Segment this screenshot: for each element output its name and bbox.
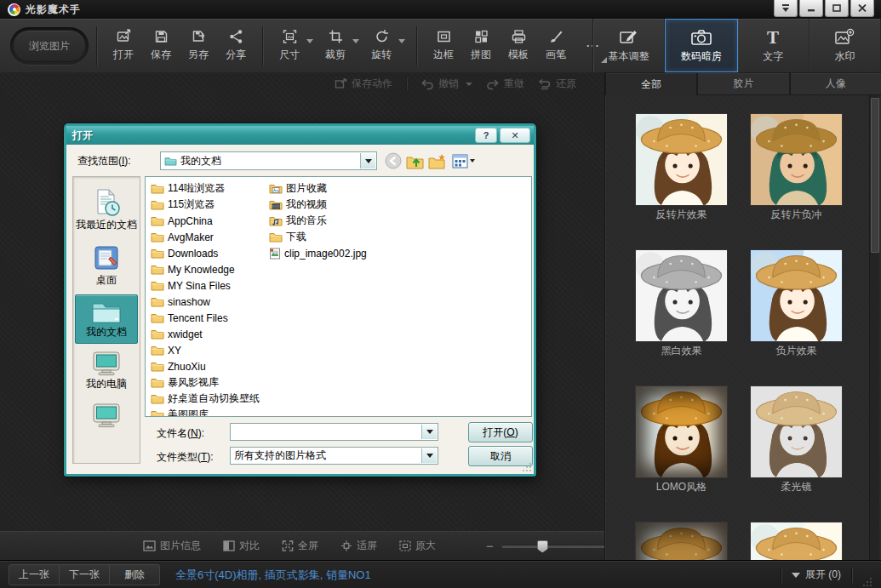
promo-link[interactable]: 全景6寸(4D)相册, 插页式影集, 销量NO1: [175, 568, 371, 583]
folder-item[interactable]: 114啦浏览器: [151, 180, 260, 197]
template-button[interactable]: 模板: [500, 22, 537, 70]
original-size-button[interactable]: 原大: [399, 539, 436, 553]
save-button[interactable]: 保存: [142, 22, 180, 70]
scrollbar-thumb[interactable]: [871, 98, 879, 253]
tab-digital-darkroom[interactable]: 数码暗房: [665, 19, 737, 72]
folder-item[interactable]: XY: [151, 342, 260, 358]
jpg-file-item[interactable]: clip_image002.jpg: [269, 245, 367, 261]
folder-item[interactable]: 好桌道自动切换壁纸: [151, 391, 260, 407]
fit-screen-button[interactable]: 适屏: [340, 539, 377, 553]
effect-thumbnail[interactable]: [751, 250, 842, 341]
folder-item[interactable]: MY Sina Files: [151, 277, 260, 294]
zoom-slider-handle[interactable]: [537, 540, 548, 553]
videos-folder-item[interactable]: 我的视频: [269, 197, 367, 213]
tab-text[interactable]: T 文字: [738, 19, 809, 72]
compare-button[interactable]: 对比: [223, 539, 260, 553]
resize-button[interactable]: 尺寸: [271, 22, 308, 70]
image-info-button[interactable]: 图片信息: [143, 539, 201, 553]
fullscreen-button[interactable]: 全屏: [282, 539, 318, 553]
share-button[interactable]: 分享: [217, 22, 255, 70]
revert-button[interactable]: 还原: [538, 77, 576, 91]
pictures-folder-item[interactable]: 图片收藏: [269, 180, 367, 197]
zoom-slider-track[interactable]: [501, 545, 619, 548]
place-network[interactable]: [75, 398, 138, 437]
folder-item[interactable]: 暴风影视库: [151, 374, 260, 391]
folder-item[interactable]: sinashow: [151, 294, 260, 310]
folder-item[interactable]: Downloads: [151, 245, 260, 261]
brush-button[interactable]: 画笔: [537, 22, 575, 70]
window-resize-grip[interactable]: [862, 577, 872, 587]
effect-item[interactable]: 柔光镜: [751, 386, 842, 494]
place-my-computer[interactable]: 我的电脑: [75, 346, 138, 396]
folder-item[interactable]: AppChina: [151, 213, 260, 229]
effect-thumbnail[interactable]: [636, 114, 727, 205]
place-my-documents[interactable]: 我的文档: [75, 294, 138, 344]
skin-menu-button[interactable]: [774, 0, 798, 17]
effect-item[interactable]: 反转片负冲: [751, 114, 842, 221]
previous-image-button[interactable]: 上一张: [9, 564, 60, 585]
collage-button[interactable]: 拼图: [462, 22, 500, 70]
dialog-title-bar[interactable]: 打开 ? ✕: [66, 126, 534, 145]
up-one-level-button[interactable]: [405, 151, 425, 170]
combo-dropdown-arrow[interactable]: [360, 153, 375, 168]
effect-item[interactable]: LOMO风格: [636, 386, 727, 494]
filetype-combobox[interactable]: 所有支持的图片格式: [230, 447, 438, 465]
dialog-resize-grip[interactable]: [522, 462, 532, 472]
dialog-close-button[interactable]: ✕: [500, 128, 530, 143]
effect-item[interactable]: 负片效果: [751, 250, 842, 357]
folder-item[interactable]: xwidget: [151, 326, 260, 342]
back-button[interactable]: [383, 151, 403, 170]
effect-thumbnail[interactable]: [751, 114, 842, 205]
resize-dropdown-arrow[interactable]: [306, 39, 313, 43]
tab-watermark[interactable]: 水印: [809, 19, 881, 72]
undo-button[interactable]: 撤销: [420, 77, 472, 91]
effect-item[interactable]: 反转片效果: [636, 114, 727, 221]
save-as-button[interactable]: 另存: [180, 22, 217, 70]
effect-thumbnail[interactable]: [636, 522, 727, 560]
effect-thumbnail[interactable]: [751, 386, 842, 477]
folder-item[interactable]: ZhuoXiu: [151, 358, 260, 374]
effects-scrollbar[interactable]: [869, 95, 879, 560]
rotate-button[interactable]: 旋转: [363, 22, 400, 70]
frame-button[interactable]: 边框: [425, 22, 462, 70]
effect-thumbnail[interactable]: [636, 250, 727, 341]
effect-thumbnail[interactable]: [751, 522, 842, 560]
filename-combobox[interactable]: [230, 423, 438, 441]
new-folder-button[interactable]: [427, 151, 447, 170]
effect-thumbnail[interactable]: [636, 386, 727, 477]
redo-button[interactable]: 重做: [486, 77, 524, 91]
delete-image-button[interactable]: 删除: [110, 564, 160, 585]
crop-button[interactable]: 裁剪: [317, 22, 354, 70]
tab-portrait-effects[interactable]: 人像: [790, 72, 881, 95]
expand-button[interactable]: 展开 (0): [792, 568, 841, 582]
next-image-button[interactable]: 下一张: [60, 564, 110, 585]
tab-film-effects[interactable]: 胶片: [697, 72, 789, 95]
folder-item[interactable]: Tencent Files: [151, 310, 260, 326]
maximize-button[interactable]: [825, 0, 849, 17]
look-in-combobox[interactable]: 我的文档: [160, 151, 377, 170]
folder-item[interactable]: 下载: [269, 229, 367, 245]
close-button[interactable]: [850, 0, 874, 17]
view-menu-button[interactable]: [449, 151, 477, 170]
effect-item[interactable]: [636, 522, 727, 560]
rotate-dropdown-arrow[interactable]: [398, 39, 405, 43]
tab-all-effects[interactable]: 全部: [605, 72, 697, 95]
tab-basic-adjust[interactable]: 基本调整: [593, 19, 665, 72]
effect-item[interactable]: [751, 522, 842, 560]
browse-images-button[interactable]: 浏览图片: [10, 27, 89, 65]
folder-item[interactable]: My Knowledge: [151, 261, 260, 277]
combo-dropdown-arrow[interactable]: [421, 448, 437, 463]
folder-item[interactable]: 115浏览器: [151, 197, 260, 213]
crop-dropdown-arrow[interactable]: [352, 39, 359, 43]
dialog-help-button[interactable]: ?: [475, 128, 497, 143]
open-button[interactable]: 打开: [105, 22, 142, 70]
combo-dropdown-arrow[interactable]: [421, 425, 437, 439]
folder-item[interactable]: AvgMaker: [151, 229, 260, 245]
effect-item[interactable]: 黑白效果: [636, 250, 727, 357]
save-action-button[interactable]: 保存动作: [335, 77, 392, 91]
zoom-out-button[interactable]: −: [478, 539, 501, 552]
place-desktop[interactable]: 桌面: [75, 239, 138, 292]
music-folder-item[interactable]: 我的音乐: [269, 213, 367, 229]
undo-dropdown-arrow[interactable]: [466, 83, 472, 86]
minimize-button[interactable]: [799, 0, 823, 17]
